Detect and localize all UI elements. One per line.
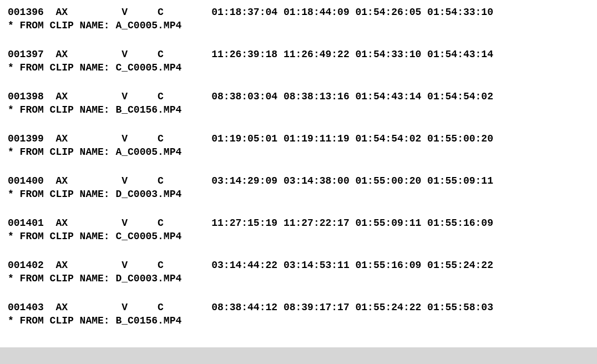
edl-event-clipname: * FROM CLIP NAME: A_C0005.MP4 <box>8 145 589 159</box>
edl-event-header: 001398 AX V C 08:38:03:04 08:38:13:16 01… <box>8 90 589 103</box>
edl-event-clipname: * FROM CLIP NAME: A_C0005.MP4 <box>8 19 589 32</box>
edl-event-header: 001400 AX V C 03:14:29:09 03:14:38:00 01… <box>8 174 589 188</box>
edl-event: 001399 AX V C 01:19:05:01 01:19:11:19 01… <box>8 132 589 159</box>
edl-event: 001402 AX V C 03:14:44:22 03:14:53:11 01… <box>8 259 589 285</box>
edl-event: 001401 AX V C 11:27:15:19 11:27:22:17 01… <box>8 216 589 243</box>
edl-event-header: 001397 AX V C 11:26:39:18 11:26:49:22 01… <box>8 48 589 61</box>
edl-event-header: 001396 AX V C 01:18:37:04 01:18:44:09 01… <box>8 6 589 19</box>
edl-event-clipname: * FROM CLIP NAME: B_C0156.MP4 <box>8 314 589 327</box>
edl-event-header: 001403 AX V C 08:38:44:12 08:39:17:17 01… <box>8 301 589 314</box>
edl-event-header: 001401 AX V C 11:27:15:19 11:27:22:17 01… <box>8 216 589 230</box>
edl-document: 001396 AX V C 01:18:37:04 01:18:44:09 01… <box>0 0 597 327</box>
edl-event: 001397 AX V C 11:26:39:18 11:26:49:22 01… <box>8 48 589 74</box>
edl-event: 001398 AX V C 08:38:03:04 08:38:13:16 01… <box>8 90 589 117</box>
edl-event-header: 001399 AX V C 01:19:05:01 01:19:11:19 01… <box>8 132 589 145</box>
edl-event-header: 001402 AX V C 03:14:44:22 03:14:53:11 01… <box>8 259 589 272</box>
edl-event: 001400 AX V C 03:14:29:09 03:14:38:00 01… <box>8 174 589 201</box>
footer-bar <box>0 347 597 364</box>
edl-event-clipname: * FROM CLIP NAME: B_C0156.MP4 <box>8 103 589 117</box>
edl-event-clipname: * FROM CLIP NAME: C_C0005.MP4 <box>8 230 589 243</box>
edl-event-clipname: * FROM CLIP NAME: D_C0003.MP4 <box>8 188 589 201</box>
edl-event-clipname: * FROM CLIP NAME: C_C0005.MP4 <box>8 61 589 74</box>
edl-event: 001403 AX V C 08:38:44:12 08:39:17:17 01… <box>8 301 589 327</box>
edl-event-clipname: * FROM CLIP NAME: D_C0003.MP4 <box>8 272 589 285</box>
edl-event: 001396 AX V C 01:18:37:04 01:18:44:09 01… <box>8 6 589 32</box>
